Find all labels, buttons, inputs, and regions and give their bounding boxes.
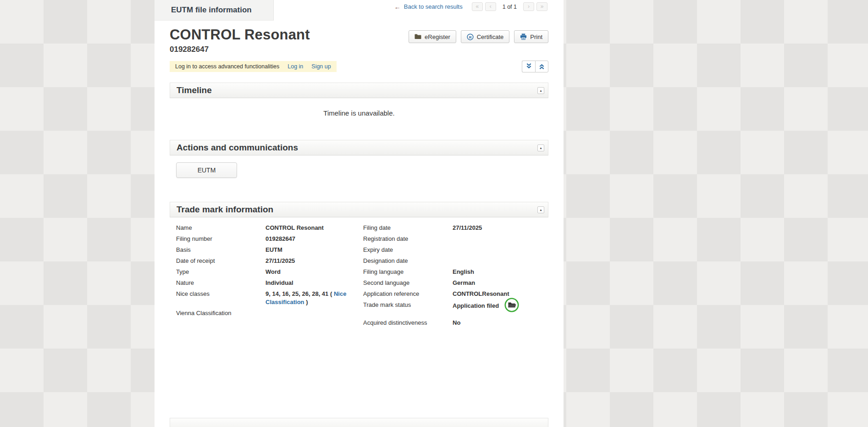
pager-first-button[interactable]: « <box>472 2 483 11</box>
print-button[interactable]: Print <box>514 30 548 43</box>
collapse-all-button[interactable] <box>535 61 548 72</box>
detail-row: TypeWord <box>176 268 363 276</box>
nice-classification-link[interactable]: Nice Classification <box>265 290 346 305</box>
expand-collapse-group <box>522 61 548 72</box>
print-label: Print <box>530 33 542 40</box>
top-strip: EUTM file information ← Back to search r… <box>155 0 564 21</box>
detail-label: Nature <box>176 279 265 287</box>
eregister-label: eRegister <box>425 33 450 40</box>
login-link[interactable]: Log in <box>287 63 303 70</box>
chevron-double-down-icon <box>526 63 532 70</box>
detail-value: Application filed <box>453 301 542 311</box>
details-left-column: NameCONTROL ResonantFiling number0192826… <box>176 224 363 330</box>
filing-number: 019282647 <box>170 45 310 54</box>
actions-body: EUTM <box>170 155 548 192</box>
detail-label: Designation date <box>363 257 453 265</box>
detail-value <box>453 257 542 265</box>
detail-value <box>265 309 363 317</box>
back-link-label: Back to search results <box>404 3 463 10</box>
detail-label: Type <box>176 268 265 276</box>
back-to-search-link[interactable]: ← Back to search results <box>394 3 463 11</box>
detail-label: Basis <box>176 246 265 254</box>
detail-row: Trade mark statusApplication filed <box>363 301 542 311</box>
detail-row: BasisEUTM <box>176 246 363 254</box>
detail-value: Word <box>265 268 363 276</box>
expand-all-button[interactable] <box>522 61 535 72</box>
detail-value: 019282647 <box>265 235 363 243</box>
detail-row: Filing languageEnglish <box>363 268 542 276</box>
detail-row: Expiry date <box>363 246 542 254</box>
tab-eutm-file-information[interactable]: EUTM file information <box>155 0 274 21</box>
detail-value: CONTROLResonant <box>453 290 542 298</box>
detail-value: EUTM <box>265 246 363 254</box>
detail-row: Date of receipt27/11/2025 <box>176 257 363 265</box>
collapse-actions-button[interactable]: ▴ <box>537 144 544 151</box>
section-trademark-information: Trade mark information ▴ NameCONTROL Res… <box>170 202 548 341</box>
detail-row: Filing date27/11/2025 <box>363 224 542 232</box>
top-controls: ← Back to search results « ‹ 1 of 1 › » <box>394 2 547 11</box>
pager-last-button[interactable]: » <box>536 2 547 11</box>
printer-icon <box>520 33 527 40</box>
tab-title: EUTM file information <box>171 6 252 15</box>
detail-label: Trade mark status <box>363 301 453 311</box>
detail-row: NatureIndividual <box>176 279 363 287</box>
detail-value: English <box>453 268 542 276</box>
detail-label: Filing language <box>363 268 453 276</box>
detail-value: CONTROL Resonant <box>265 224 363 232</box>
chevron-double-up-icon <box>539 64 545 70</box>
section-timeline: Timeline ▴ Timeline is unavailable. <box>170 83 548 130</box>
application-filed-status-icon <box>504 298 519 315</box>
detail-label: Second language <box>363 279 453 287</box>
detail-label: Vienna Classification <box>176 309 265 317</box>
pager-next-button[interactable]: › <box>523 2 534 11</box>
next-section-header-partial <box>170 418 548 427</box>
collapse-timeline-button[interactable]: ▴ <box>537 87 544 94</box>
detail-row: NameCONTROL Resonant <box>176 224 363 232</box>
desktop-background: { "colors": { "link_blue": "#2e6da4", "s… <box>0 0 868 427</box>
page-indicator: 1 of 1 <box>503 4 517 10</box>
detail-value: 27/11/2025 <box>265 257 363 265</box>
svg-text:R: R <box>469 35 471 39</box>
detail-row: Second languageGerman <box>363 279 542 287</box>
detail-label: Date of receipt <box>176 257 265 265</box>
title-row: CONTROL Resonant 019282647 eRegister R C… <box>155 21 564 54</box>
result-pager: « ‹ 1 of 1 › » <box>472 2 547 11</box>
timeline-section-title: Timeline <box>177 85 212 95</box>
banner-row: Log in to access advanced functionalitie… <box>155 61 564 72</box>
detail-value: 27/11/2025 <box>453 224 542 232</box>
signup-link[interactable]: Sign up <box>311 63 331 70</box>
registered-icon: R <box>467 33 474 40</box>
details-right-column: Filing date27/11/2025Registration dateEx… <box>363 224 542 330</box>
detail-row: Filing number019282647 <box>176 235 363 243</box>
eutm-filter-button[interactable]: EUTM <box>176 162 237 178</box>
certificate-button[interactable]: R Certificate <box>461 30 510 43</box>
detail-value: Individual <box>265 279 363 287</box>
detail-row: Vienna Classification <box>176 309 363 317</box>
section-actions-communications: Actions and communications ▴ EUTM <box>170 140 548 192</box>
actions-section-header: Actions and communications ▴ <box>170 140 548 155</box>
detail-value <box>453 246 542 254</box>
detail-label: Filing date <box>363 224 453 232</box>
detail-label: Acquired distinctiveness <box>363 319 453 327</box>
collapse-trademark-button[interactable]: ▴ <box>537 206 544 213</box>
detail-value: No <box>453 319 542 327</box>
detail-row: Designation date <box>363 257 542 265</box>
detail-label: Registration date <box>363 235 453 243</box>
page-title: CONTROL Resonant <box>170 26 310 44</box>
title-block: CONTROL Resonant 019282647 <box>170 26 310 54</box>
detail-label: Expiry date <box>363 246 453 254</box>
action-buttons: eRegister R Certificate Print <box>409 30 548 43</box>
trademark-section-title: Trade mark information <box>177 205 273 215</box>
pager-prev-button[interactable]: ‹ <box>485 2 496 11</box>
detail-value: 9, 14, 16, 25, 26, 28, 41 ( Nice Classif… <box>265 290 363 306</box>
certificate-label: Certificate <box>477 33 504 40</box>
trademark-section-header: Trade mark information ▴ <box>170 202 548 217</box>
detail-value <box>453 235 542 243</box>
timeline-section-header: Timeline ▴ <box>170 83 548 98</box>
eregister-button[interactable]: eRegister <box>409 30 456 43</box>
login-banner-message: Log in to access advanced functionalitie… <box>175 63 279 70</box>
detail-row: Nice classes9, 14, 16, 25, 26, 28, 41 ( … <box>176 290 363 306</box>
trademark-details: NameCONTROL ResonantFiling number0192826… <box>170 217 548 341</box>
detail-value: German <box>453 279 542 287</box>
detail-label: Application reference <box>363 290 453 298</box>
